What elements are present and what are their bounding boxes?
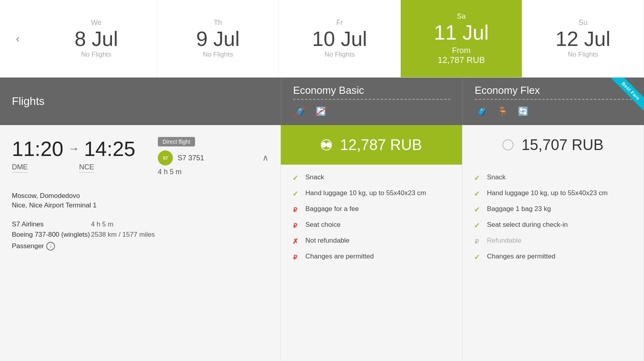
flex-feature-row-3: ✓Seat select during check-in — [472, 220, 634, 230]
airline-logo: S7 — [158, 150, 173, 165]
flex-feature-icon-4: ₽ — [472, 237, 481, 246]
flight-times: 11:20 → 14:25 — [12, 137, 150, 161]
no-flights-wed: No Flights — [81, 51, 112, 59]
date-cell-wed[interactable]: We8 JulNo Flights — [36, 0, 157, 77]
economy-basic-price-row[interactable]: 12,787 RUB — [281, 125, 462, 165]
depart-time: 11:20 — [12, 137, 63, 161]
date-cell-sun[interactable]: Su12 JulNo Flights — [522, 0, 644, 77]
flight-distance: 2538 km / 1577 miles — [91, 231, 155, 239]
no-flights-sun: No Flights — [568, 51, 598, 59]
flex-feature-text-2: Baggage 1 bag 23 kg — [487, 204, 551, 214]
date-cell-thu[interactable]: Th9 JulNo Flights — [157, 0, 279, 77]
day-name-fri: Fr — [336, 19, 343, 27]
flex-feature-row-5: ✓Changes are permitted — [472, 252, 634, 262]
day-num-thu: 9 Jul — [196, 28, 240, 49]
day-num-wed: 8 Jul — [74, 28, 118, 49]
economy-basic-features: ✓Snack✓Hand luggage 10 kg, up to 55x40x2… — [281, 165, 462, 270]
flex-feature-icon-2: ✓ — [472, 205, 481, 215]
basic-feature-icon-3: ₽ — [290, 221, 300, 230]
basic-feature-text-0: Snack — [305, 173, 324, 182]
economy-flex-features: ✓Snack✓Hand luggage 10 kg, up to 55x40x2… — [462, 165, 644, 270]
airline-name-label: S7 Airlines — [12, 220, 91, 228]
baggage-crossed-icon: 🧳 — [293, 104, 307, 119]
economy-basic-radio[interactable] — [321, 139, 332, 150]
basic-feature-icon-5: ₽ — [290, 253, 300, 262]
economy-flex-radio[interactable] — [502, 139, 513, 150]
flex-feature-row-2: ✓Baggage 1 bag 23 kg — [472, 204, 634, 215]
economy-basic-price: 12,787 RUB — [340, 137, 422, 154]
flights-column-header: Flights — [0, 78, 281, 125]
best-fare-ribbon: Best Fare — [611, 78, 644, 111]
passenger-label: Passenger — [12, 242, 44, 250]
dest-city: Nice, Nice Airport Terminal 1 — [12, 201, 269, 209]
day-name-wed: We — [91, 19, 102, 27]
flex-feature-row-4: ₽Refundable — [472, 236, 634, 246]
back-arrow-icon: ‹ — [16, 32, 19, 45]
flight-details-block: Moscow, Domodedovo Nice, Nice Airport Te… — [12, 192, 269, 251]
flex-feature-icon-0: ✓ — [472, 173, 481, 183]
collapse-icon[interactable]: ∧ — [262, 153, 269, 163]
economy-basic-title: Economy Basic — [293, 84, 451, 100]
basic-feature-row-5: ₽Changes are permitted — [290, 252, 453, 262]
date-cell-sat[interactable]: Sa11 JulFrom12,787 RUB — [401, 0, 523, 77]
economy-basic-column-header: Economy Basic 🧳 🔄 — [281, 78, 462, 125]
airport-codes: DME NCE — [12, 163, 150, 173]
basic-feature-text-4: Not refundable — [305, 236, 350, 245]
basic-feature-icon-2: ₽ — [290, 205, 300, 215]
basic-feature-row-2: ₽Baggage for a fee — [290, 204, 453, 215]
economy-flex-fare-column: 15,707 RUB ✓Snack✓Hand luggage 10 kg, up… — [462, 125, 644, 361]
aircraft-detail-row: Boeing 737-800 (winglets) 2538 km / 1577… — [12, 231, 269, 239]
column-headers: Flights Economy Basic 🧳 🔄 Economy Flex 🧳… — [0, 78, 644, 125]
recline-crossed-icon: 🔄 — [314, 104, 328, 119]
date-cell-fri[interactable]: Fr10 JulNo Flights — [279, 0, 401, 77]
no-flights-thu: No Flights — [203, 51, 233, 59]
flight-duration-header: 4 h 5 m — [158, 168, 269, 176]
basic-feature-icon-4: ✗ — [290, 237, 300, 246]
day-name-sat: Sa — [457, 12, 466, 21]
basic-feature-text-2: Baggage for a fee — [305, 204, 359, 214]
arrive-time: 14:25 — [84, 137, 135, 161]
passenger-info-icon[interactable]: i — [46, 242, 55, 251]
no-flights-fri: No Flights — [324, 51, 355, 59]
depart-airport-code: DME — [12, 163, 28, 173]
from-label-sat: From — [452, 46, 471, 55]
economy-flex-price-row[interactable]: 15,707 RUB — [462, 125, 644, 165]
basic-feature-icon-0: ✓ — [290, 173, 300, 183]
airline-row: S7 S7 3751 ∧ — [158, 150, 269, 165]
basic-feature-text-5: Changes are permitted — [305, 252, 374, 261]
baggage-icon: 🧳 — [475, 104, 489, 119]
aircraft-name: Boeing 737-800 (winglets) — [12, 231, 91, 239]
flex-feature-text-3: Seat select during check-in — [487, 220, 568, 230]
flex-feature-icon-5: ✓ — [472, 253, 481, 262]
price-label-sat: 12,787 RUB — [438, 55, 485, 65]
flex-feature-row-0: ✓Snack — [472, 173, 634, 183]
flex-feature-text-1: Hand luggage 10 kg, up to 55x40x23 cm — [487, 188, 608, 198]
arrive-airport-code: NCE — [79, 163, 94, 173]
basic-feature-icon-1: ✓ — [290, 189, 300, 199]
basic-feature-row-3: ₽Seat choice — [290, 220, 453, 230]
flight-area: 11:20 → 14:25 DME NCE Direct flight S7 S… — [0, 125, 644, 361]
prev-date-button[interactable]: ‹ — [0, 0, 36, 77]
date-bar: ‹ We8 JulNo FlightsTh9 JulNo FlightsFr10… — [0, 0, 644, 78]
flights-label: Flights — [12, 95, 44, 108]
day-num-sat: 11 Jul — [434, 22, 489, 43]
flight-number: S7 3751 — [178, 154, 204, 162]
passenger-row: Passenger i — [12, 242, 269, 251]
airline-detail-row: S7 Airlines 4 h 5 m — [12, 220, 269, 228]
economy-basic-fare-column: 12,787 RUB ✓Snack✓Hand luggage 10 kg, up… — [281, 125, 462, 361]
day-name-sun: Su — [579, 19, 587, 27]
flight-direction-arrow: → — [68, 142, 79, 155]
flex-feature-row-1: ✓Hand luggage 10 kg, up to 55x40x23 cm — [472, 188, 634, 199]
flex-feature-icon-1: ✓ — [472, 189, 481, 199]
flight-duration-detail: 4 h 5 m — [91, 220, 114, 228]
basic-feature-row-4: ✗Not refundable — [290, 236, 453, 246]
basic-feature-row-1: ✓Hand luggage 10 kg, up to 55x40x23 cm — [290, 188, 453, 199]
best-fare-corner: Best Fare — [597, 78, 644, 125]
direct-flight-badge: Direct flight — [158, 137, 195, 146]
economy-basic-icons: 🧳 🔄 — [293, 104, 328, 119]
seat-icon: 🪑 — [495, 104, 510, 119]
flight-info-column: 11:20 → 14:25 DME NCE Direct flight S7 S… — [0, 125, 281, 361]
flex-feature-text-4: Refundable — [487, 236, 521, 245]
day-num-sun: 12 Jul — [555, 28, 610, 49]
economy-flex-price: 15,707 RUB — [521, 137, 603, 154]
